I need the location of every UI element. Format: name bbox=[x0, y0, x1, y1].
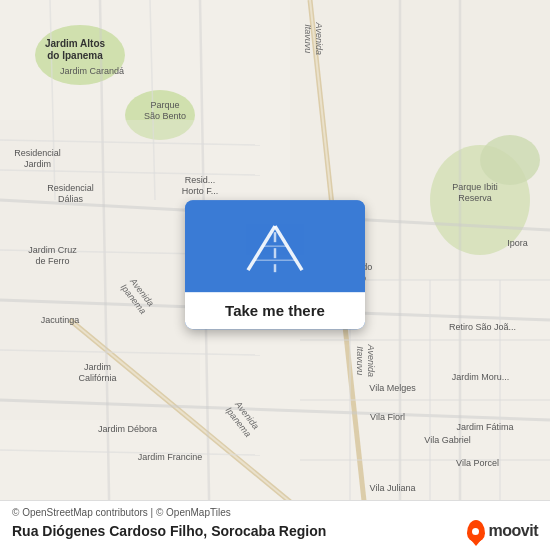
center-card: Take me there bbox=[185, 200, 365, 329]
svg-line-33 bbox=[275, 226, 302, 270]
map-container: Jardim Altosdo Ipanema Jardim Carandá Pa… bbox=[0, 0, 550, 550]
moovit-logo-text: moovit bbox=[489, 522, 538, 540]
moovit-pin-dot bbox=[472, 528, 479, 535]
svg-line-32 bbox=[248, 226, 275, 270]
location-text: Rua Diógenes Cardoso Filho, Sorocaba Reg… bbox=[12, 523, 326, 539]
highway-icon bbox=[240, 218, 310, 278]
moovit-pin-icon bbox=[467, 520, 485, 542]
bottom-bar: © OpenStreetMap contributors | © OpenMap… bbox=[0, 500, 550, 550]
moovit-logo: moovit bbox=[467, 520, 538, 542]
attribution-text: © OpenStreetMap contributors | © OpenMap… bbox=[12, 507, 538, 518]
take-me-there-button[interactable]: Take me there bbox=[185, 292, 365, 329]
card-icon-area bbox=[185, 200, 365, 292]
